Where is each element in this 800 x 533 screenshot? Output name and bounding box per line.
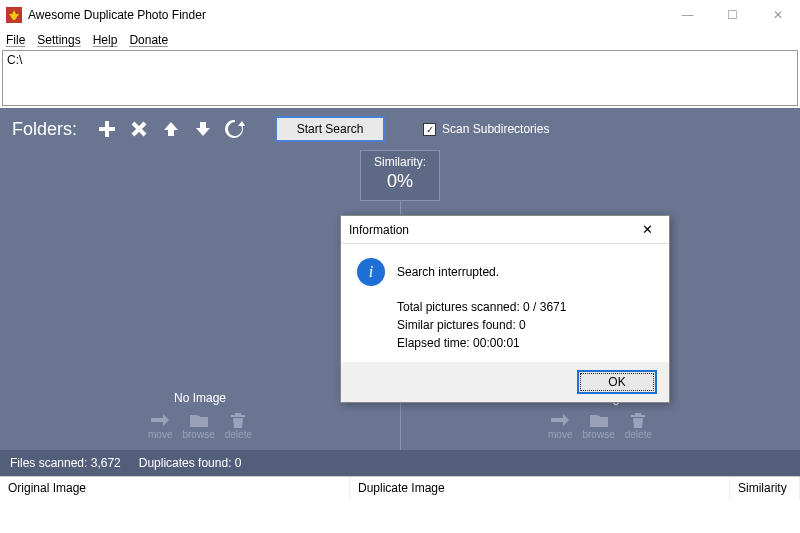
ok-button[interactable]: OK: [577, 370, 657, 394]
similarity-value: 0%: [361, 171, 439, 192]
list-headers: Original Image Duplicate Image Similarit…: [0, 476, 800, 500]
browse-button-right[interactable]: browse: [582, 411, 614, 440]
dialog-titlebar: Information ✕: [341, 216, 669, 244]
header-original[interactable]: Original Image: [0, 477, 350, 500]
menubar: File Settings Help Donate: [0, 30, 800, 50]
window-title: Awesome Duplicate Photo Finder: [28, 8, 665, 22]
dialog-message: Search interrupted.: [397, 265, 499, 279]
dialog-stat-scanned: Total pictures scanned: 0 / 3671: [397, 298, 653, 316]
refresh-icon[interactable]: [223, 117, 247, 141]
start-search-button[interactable]: Start Search: [275, 116, 385, 142]
close-button[interactable]: ✕: [755, 1, 800, 29]
dialog-title: Information: [349, 223, 633, 237]
dialog-stat-time: Elapsed time: 00:00:01: [397, 334, 653, 352]
delete-button-right[interactable]: delete: [625, 411, 652, 440]
dialog-stat-similar: Similar pictures found: 0: [397, 316, 653, 334]
no-image-label: No Image: [174, 391, 226, 405]
menu-file[interactable]: File: [6, 33, 25, 47]
duplicates-found: Duplicates found: 0: [139, 456, 242, 470]
folder-list[interactable]: C:\: [2, 50, 798, 106]
browse-button-left[interactable]: browse: [182, 411, 214, 440]
header-duplicate[interactable]: Duplicate Image: [350, 477, 730, 500]
delete-button-left[interactable]: delete: [225, 411, 252, 440]
maximize-button[interactable]: ☐: [710, 1, 755, 29]
titlebar: Awesome Duplicate Photo Finder — ☐ ✕: [0, 0, 800, 30]
scan-subdirectories-checkbox[interactable]: ✓ Scan Subdirectories: [423, 122, 549, 136]
move-button-right[interactable]: move: [548, 411, 572, 440]
scan-sub-label: Scan Subdirectories: [442, 122, 549, 136]
status-bar: Files scanned: 3,672 Duplicates found: 0: [0, 450, 800, 476]
dialog-close-icon[interactable]: ✕: [633, 222, 661, 237]
remove-folder-icon[interactable]: [127, 117, 151, 141]
minimize-button[interactable]: —: [665, 1, 710, 29]
header-similarity[interactable]: Similarity: [730, 477, 800, 500]
menu-settings[interactable]: Settings: [37, 33, 80, 47]
information-dialog: Information ✕ i Search interrupted. Tota…: [340, 215, 670, 403]
menu-donate[interactable]: Donate: [129, 33, 168, 47]
menu-help[interactable]: Help: [93, 33, 118, 47]
info-icon: i: [357, 258, 385, 286]
folders-label: Folders:: [12, 119, 77, 140]
app-icon: [6, 7, 22, 23]
add-folder-icon[interactable]: [95, 117, 119, 141]
similarity-label: Similarity:: [361, 155, 439, 169]
similarity-box: Similarity: 0%: [360, 150, 440, 201]
move-button-left[interactable]: move: [148, 411, 172, 440]
move-down-icon[interactable]: [191, 117, 215, 141]
files-scanned: Files scanned: 3,672: [10, 456, 121, 470]
checkbox-icon[interactable]: ✓: [423, 123, 436, 136]
move-up-icon[interactable]: [159, 117, 183, 141]
folders-toolbar: Folders: Start Search ✓ Scan Subdirector…: [0, 108, 800, 150]
folder-path[interactable]: C:\: [7, 53, 793, 67]
